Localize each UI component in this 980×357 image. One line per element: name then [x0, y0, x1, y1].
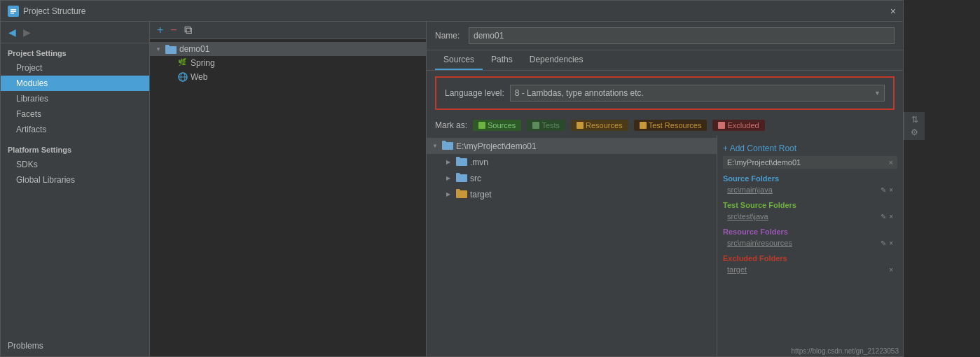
excluded-folders-title: Excluded Folders [723, 254, 897, 262]
tooltip-bar: https://blog.csdn.net/gn_21223053 [787, 346, 903, 356]
excluded-folder-actions: × [889, 266, 893, 274]
src-tree-mvn[interactable]: ▶ .mvn [427, 154, 717, 170]
resource-folder-edit[interactable]: ✎ [881, 239, 886, 247]
source-folder-edit[interactable]: ✎ [881, 186, 886, 194]
badge-tests[interactable]: Tests [527, 120, 565, 131]
sidebar-item-label: Modules [16, 78, 48, 88]
web-label: Web [191, 72, 207, 82]
dialog-body: ◀ ▶ Project Settings Project Modules Lib… [1, 22, 903, 356]
module-tree: ▼ demo01 🌿 Spring [150, 39, 426, 356]
spring-label: Spring [191, 58, 215, 68]
badge-resources[interactable]: Resources [571, 120, 628, 131]
module-name-input[interactable] [469, 27, 895, 44]
root-path-label: E:\myProject\demo01 [456, 141, 537, 151]
tree-item-demo01[interactable]: ▼ demo01 [150, 42, 426, 56]
module-tree-panel: + − ⧉ ▼ demo01 🌿 Spri [150, 22, 427, 356]
folder-icon [165, 44, 177, 54]
sidebar-item-libraries[interactable]: Libraries [1, 91, 149, 106]
sidebar-item-facets[interactable]: Facets [1, 106, 149, 122]
tab-sources[interactable]: Sources [435, 50, 483, 70]
language-level-label: Language level: [445, 88, 504, 98]
config-panel: Name: Sources Paths Dependencies Languag… [427, 22, 903, 356]
badge-test-resources[interactable]: Test Resources [634, 120, 708, 131]
sources-split: ▼ E:\myProject\demo01 ▶ [427, 135, 903, 356]
tab-paths[interactable]: Paths [483, 50, 521, 70]
source-folder-path: src\main\java [727, 186, 773, 194]
sidebar-item-label: Project [16, 63, 42, 73]
tree-toolbar: + − ⧉ [150, 22, 426, 39]
excluded-folder-remove[interactable]: × [889, 266, 893, 274]
sidebar-item-label: Libraries [16, 94, 48, 104]
excluded-folder-path: target [727, 265, 747, 274]
language-level-select-wrapper: 8 - Lambdas, type annotations etc. 11 - … [510, 85, 885, 102]
title-bar: Project Structure × [1, 1, 903, 22]
expand-arrow: ▼ [156, 46, 165, 52]
platform-settings-label: Platform Settings [1, 137, 149, 157]
spring-icon: 🌿 [178, 58, 188, 68]
test-source-folder-edit[interactable]: ✎ [881, 213, 886, 220]
sidebar-item-label: Global Libraries [16, 175, 75, 185]
tree-item-spring[interactable]: 🌿 Spring [150, 56, 426, 70]
svg-rect-11 [718, 122, 725, 129]
add-module-button[interactable]: + [156, 24, 165, 36]
excluded-folder-entry: target × [723, 264, 897, 275]
back-arrow[interactable]: ◀ [6, 26, 18, 38]
test-source-folder-remove[interactable]: × [889, 213, 893, 220]
language-level-section: Language level: 8 - Lambdas, type annota… [435, 76, 895, 110]
sidebar-item-global-libraries[interactable]: Global Libraries [1, 172, 149, 188]
svg-rect-9 [577, 122, 584, 129]
module-name: demo01 [179, 44, 209, 54]
svg-rect-3 [11, 13, 14, 14]
resource-folders-title: Resource Folders [723, 227, 897, 236]
language-level-select[interactable]: 8 - Lambdas, type annotations etc. 11 - … [510, 85, 885, 102]
copy-module-button[interactable]: ⧉ [183, 24, 193, 36]
src-tree-target[interactable]: ▶ target [427, 186, 717, 202]
nav-arrows: ◀ ▶ [1, 22, 149, 43]
expand-arrow: ▶ [446, 191, 456, 197]
sidebar-item-sdks[interactable]: SDKs [1, 157, 149, 172]
badge-sources[interactable]: Sources [473, 120, 521, 131]
right-side-icons: ⇅ ⚙ [904, 112, 925, 140]
tree-item-web[interactable]: Web [150, 70, 426, 84]
folder-icon [456, 188, 467, 200]
mark-as-row: Mark as: Sources Tests Resources Test Re… [427, 115, 903, 135]
folder-icon [456, 156, 467, 168]
test-source-folder-path: src\test\java [727, 212, 768, 220]
expand-arrow: ▶ [446, 159, 456, 165]
sidebar-item-label: SDKs [16, 160, 38, 169]
content-root-header: E:\myProject\demo01 × [723, 156, 897, 169]
resource-folder-remove[interactable]: × [889, 239, 893, 247]
badge-excluded[interactable]: Excluded [712, 120, 764, 131]
sidebar-item-label: Artifacts [16, 125, 46, 134]
test-source-folder-actions: ✎ × [881, 213, 893, 220]
tab-dependencies[interactable]: Dependencies [521, 50, 592, 70]
source-folders-title: Source Folders [723, 174, 897, 183]
close-button[interactable]: × [890, 6, 896, 16]
content-root-path: E:\myProject\demo01 [727, 158, 801, 167]
remove-module-button[interactable]: − [169, 24, 178, 36]
src-tree-src[interactable]: ▶ src [427, 170, 717, 186]
title-bar-left: Project Structure [8, 6, 85, 17]
name-row: Name: [427, 22, 903, 50]
svg-rect-2 [11, 10, 16, 12]
test-source-folder-entry: src\test\java ✎ × [723, 211, 897, 222]
problems-label: Problems [8, 341, 43, 351]
src-tree-root[interactable]: ▼ E:\myProject\demo01 [427, 138, 717, 154]
sidebar-item-label: Facets [16, 109, 41, 119]
name-label: Name: [435, 31, 463, 41]
sidebar-item-project[interactable]: Project [1, 60, 149, 76]
svg-rect-1 [11, 9, 16, 10]
sidebar-item-problems[interactable]: Problems [1, 335, 149, 356]
close-content-root[interactable]: × [889, 158, 893, 167]
sidebar-item-modules[interactable]: Modules [1, 76, 149, 91]
settings-icon[interactable]: ⚙ [907, 127, 922, 137]
forward-arrow[interactable]: ▶ [21, 26, 33, 38]
source-folder-remove[interactable]: × [889, 186, 893, 194]
sort-icon[interactable]: ⇅ [907, 115, 922, 125]
svg-rect-10 [640, 122, 647, 129]
sidebar-item-artifacts[interactable]: Artifacts [1, 122, 149, 137]
folder-label: target [470, 190, 492, 200]
add-content-root-button[interactable]: + Add Content Root [723, 141, 897, 156]
sources-tree: ▼ E:\myProject\demo01 ▶ [427, 135, 717, 356]
folder-label: src [470, 174, 481, 183]
